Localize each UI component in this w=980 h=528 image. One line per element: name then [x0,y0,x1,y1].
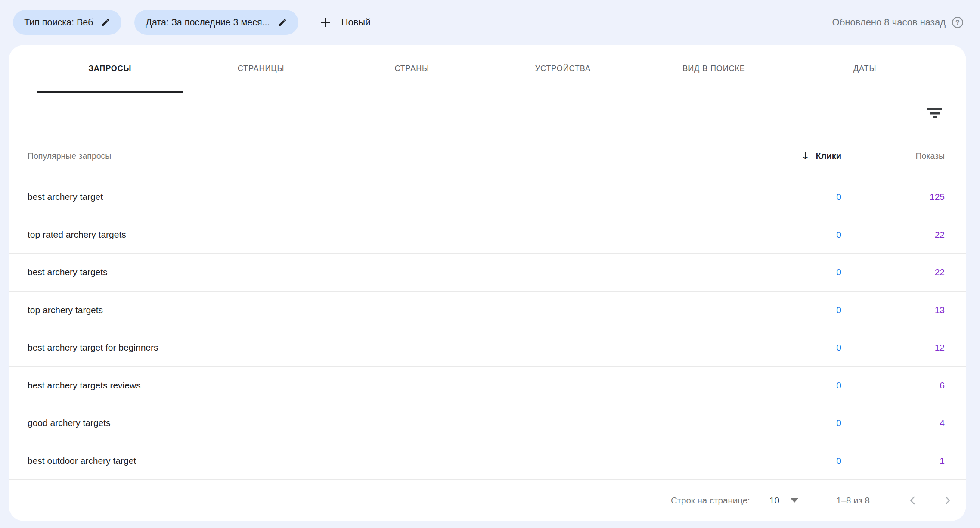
table-row[interactable]: best outdoor archery target01 [9,442,966,480]
rows-per-page-value: 10 [769,495,779,506]
query-cell[interactable]: best outdoor archery target [28,456,768,466]
tab-4[interactable]: ВИД В ПОИСКЕ [639,45,790,93]
next-page-button[interactable] [941,494,953,506]
tab-1[interactable]: СТРАНИЦЫ [186,45,337,93]
tab-0[interactable]: ЗАПРОСЫ [34,45,186,93]
pagination-range: 1–8 из 8 [836,495,870,506]
impressions-cell: 12 [935,342,945,353]
table-row[interactable]: top archery targets013 [9,292,966,329]
table-row[interactable]: top rated archery targets022 [9,216,966,254]
table-row[interactable]: good archery targets04 [9,404,966,442]
impressions-column-header[interactable]: Показы [916,151,945,161]
rows-per-page-select[interactable]: 10 [769,495,798,506]
query-cell[interactable]: best archery target [28,192,768,202]
table-row[interactable]: best archery target for beginners012 [9,329,966,367]
impressions-cell: 4 [940,418,945,428]
tab-label: ЗАПРОСЫ [89,64,132,73]
impressions-cell: 22 [935,267,945,277]
search-type-chip-label: Тип поиска: Веб [24,17,93,28]
clicks-cell: 0 [836,456,841,466]
tab-2[interactable]: СТРАНЫ [336,45,487,93]
query-column-header: Популярные запросы [28,151,768,161]
impressions-cell: 13 [935,305,945,315]
table-body: best archery target0125top rated archery… [9,178,966,480]
clicks-cell: 0 [836,267,841,277]
clicks-cell: 0 [836,230,841,240]
tab-label: СТРАНИЦЫ [238,64,285,73]
query-cell[interactable]: good archery targets [28,418,768,428]
clicks-cell: 0 [836,342,841,353]
clicks-column-header[interactable]: ↓ Клики [801,151,841,161]
clicks-cell: 0 [836,192,841,202]
date-filter-chip[interactable]: Дата: За последние 3 меся... [134,10,298,35]
clicks-cell: 0 [836,380,841,391]
previous-page-button[interactable] [907,494,919,506]
new-filter-label: Новый [341,17,371,28]
svg-text:?: ? [955,19,960,26]
table-row[interactable]: best archery targets022 [9,254,966,292]
help-icon[interactable]: ? [952,16,964,28]
last-updated-text: Обновлено 8 часов назад [832,17,946,28]
query-cell[interactable]: top archery targets [28,305,768,315]
query-cell[interactable]: best archery targets reviews [28,380,768,391]
edit-pencil-icon [278,18,287,27]
edit-pencil-icon [101,18,110,27]
tab-5[interactable]: ДАТЫ [789,45,940,93]
filter-icon [926,107,944,120]
chevron-right-icon [941,494,953,506]
query-cell[interactable]: top rated archery targets [28,230,768,240]
date-chip-label: Дата: За последние 3 меся... [146,17,270,28]
performance-card: ЗАПРОСЫСТРАНИЦЫСТРАНЫУСТРОЙСТВАВИД В ПОИ… [9,45,966,521]
sort-descending-icon: ↓ [801,151,809,161]
filter-bar: Тип поиска: Веб Дата: За последние 3 мес… [0,0,980,45]
impressions-cell: 1 [940,456,945,466]
tab-3[interactable]: УСТРОЙСТВА [487,45,639,93]
dropdown-arrow-icon [791,498,798,503]
impressions-cell: 125 [930,192,945,202]
search-console-performance-page: Тип поиска: Веб Дата: За последние 3 мес… [0,0,980,528]
active-tab-underline [37,91,183,93]
clicks-cell: 0 [836,418,841,428]
impressions-cell: 22 [935,230,945,240]
table-header: Популярные запросы ↓ Клики Показы [9,134,966,178]
chevron-left-icon [907,494,919,506]
tab-label: ДАТЫ [853,64,876,73]
tab-label: ВИД В ПОИСКЕ [682,64,745,73]
clicks-header-label: Клики [816,151,841,161]
plus-icon [319,16,332,29]
table-toolbar [9,93,966,134]
query-cell[interactable]: best archery targets [28,267,768,277]
new-filter-button[interactable]: Новый [319,16,371,29]
table-footer: Строк на странице: 10 1–8 из 8 [9,480,966,521]
rows-per-page-label: Строк на странице: [671,495,750,506]
table-row[interactable]: best archery target0125 [9,178,966,216]
filter-rows-button[interactable] [922,103,947,123]
tab-label: УСТРОЙСТВА [535,64,591,73]
clicks-cell: 0 [836,305,841,315]
table-row[interactable]: best archery targets reviews06 [9,367,966,405]
query-cell[interactable]: best archery target for beginners [28,342,768,353]
tab-label: СТРАНЫ [394,64,429,73]
last-updated: Обновлено 8 часов назад ? [832,16,964,28]
tab-bar: ЗАПРОСЫСТРАНИЦЫСТРАНЫУСТРОЙСТВАВИД В ПОИ… [9,45,966,93]
impressions-cell: 6 [940,380,945,391]
search-type-filter-chip[interactable]: Тип поиска: Веб [13,10,121,35]
